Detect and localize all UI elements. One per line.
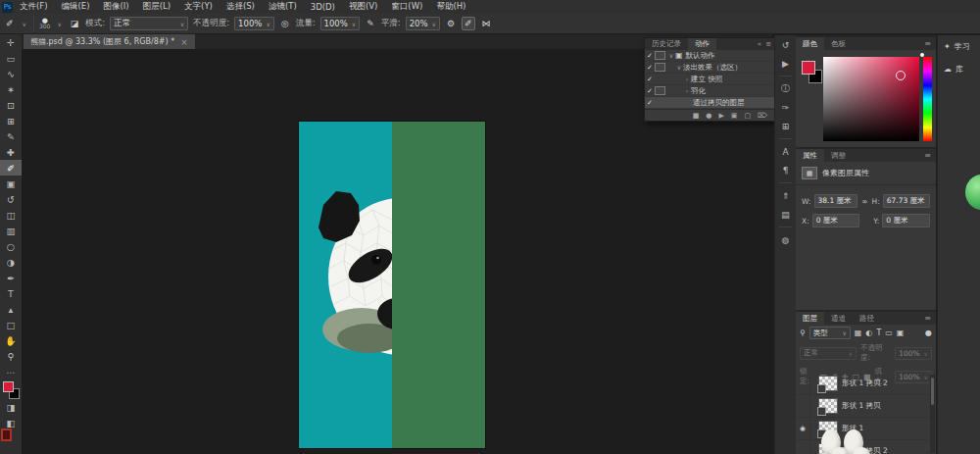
link-dimensions-icon[interactable]: ∞ xyxy=(860,197,868,206)
y-field[interactable]: 0 厘米 xyxy=(882,214,930,227)
action-check-icon[interactable]: ✓ xyxy=(645,87,655,95)
saturation-brightness-field[interactable] xyxy=(823,57,919,141)
type-tool-icon[interactable]: T xyxy=(0,285,22,301)
document-tab[interactable]: 熊猫.psd @ 33.3% (图层 6, RGB/8#) * × xyxy=(24,34,195,49)
action-row[interactable]: ✓ › 建立 快照 xyxy=(645,74,775,85)
libraries-panel-button[interactable]: ☁ 库 xyxy=(938,58,980,80)
mode-select[interactable]: 正常 ∨ xyxy=(110,17,188,30)
action-dialog-toggle[interactable] xyxy=(655,63,665,72)
menu-help[interactable]: 帮助(H) xyxy=(429,1,472,13)
tab-channels[interactable]: 通道 xyxy=(824,312,853,325)
notes-panel-icon[interactable]: ▤ xyxy=(775,205,796,224)
layers-panel-menu-icon[interactable]: ≡ xyxy=(924,312,936,325)
smoothing-select[interactable]: 20% ∨ xyxy=(406,17,440,30)
marquee-tool-icon[interactable]: ▭ xyxy=(0,50,22,66)
action-check-icon[interactable]: ✓ xyxy=(645,52,655,60)
tab-swatches[interactable]: 色板 xyxy=(824,37,853,50)
document-canvas[interactable] xyxy=(299,122,485,448)
tab-layers[interactable]: 图层 xyxy=(796,312,824,325)
filter-type-icon[interactable]: T xyxy=(876,328,881,337)
action-check-icon[interactable]: ✓ xyxy=(645,99,655,107)
paragraph-panel-icon[interactable]: ¶ xyxy=(775,161,796,179)
menu-file[interactable]: 文件(F) xyxy=(13,1,55,13)
tab-history[interactable]: 历史记录 xyxy=(645,38,688,50)
tab-actions[interactable]: 动作 xyxy=(688,38,716,50)
delete-icon[interactable]: ⌦ xyxy=(758,112,767,120)
action-row[interactable]: ✓ ∨ 淡出效果（选区） xyxy=(645,62,775,74)
menu-edit[interactable]: 编辑(E) xyxy=(55,1,97,13)
frame-tool-icon[interactable]: ⊞ xyxy=(0,113,22,128)
clone-stamp-tool-icon[interactable]: ▣ xyxy=(0,176,22,191)
pressure-opacity-icon[interactable]: ◎ xyxy=(279,18,291,29)
foreground-color-swatch[interactable] xyxy=(3,381,14,392)
properties-panel-menu-icon[interactable]: ≡ xyxy=(924,149,936,162)
action-dialog-toggle[interactable] xyxy=(655,86,665,95)
brush-panel-toggle-icon[interactable]: ◪ xyxy=(69,18,81,29)
tab-adjustments[interactable]: 调整 xyxy=(824,149,853,162)
magic-wand-tool-icon[interactable]: ✶ xyxy=(0,81,22,97)
layer-name[interactable]: 形状 1 拷贝 2 xyxy=(842,378,888,388)
action-check-icon[interactable]: ✓ xyxy=(645,64,655,72)
menu-select[interactable]: 选择(S) xyxy=(220,1,262,13)
stop-icon[interactable]: ■ xyxy=(693,112,700,120)
menu-3d[interactable]: 3D(D) xyxy=(304,2,342,12)
filter-kind-select[interactable]: 类型 ∨ xyxy=(809,327,851,339)
tab-properties[interactable]: 属性 xyxy=(796,149,824,162)
tool-preset-caret-icon[interactable]: ∨ xyxy=(21,20,28,28)
dodge-tool-icon[interactable]: ◑ xyxy=(0,254,22,270)
expand-icon[interactable]: ∨ xyxy=(667,52,675,60)
w-field[interactable]: 38.1 厘米 xyxy=(814,194,858,208)
eraser-tool-icon[interactable]: ◫ xyxy=(0,207,22,223)
menu-type[interactable]: 文字(Y) xyxy=(177,1,220,13)
healing-brush-tool-icon[interactable]: ✚ xyxy=(0,144,22,160)
foreground-background-swatches[interactable] xyxy=(0,379,22,399)
menu-image[interactable]: 图像(I) xyxy=(97,1,136,13)
pressure-size-icon[interactable]: ✐ xyxy=(462,17,475,30)
play-icon[interactable]: ▶ xyxy=(718,112,723,120)
record-icon[interactable]: ● xyxy=(706,112,711,120)
crop-tool-icon[interactable]: ⊡ xyxy=(0,97,22,113)
x-field[interactable]: 0 厘米 xyxy=(812,214,860,227)
color-panel-menu-icon[interactable]: ≡ xyxy=(924,37,936,50)
filter-shape-icon[interactable]: ▭ xyxy=(885,328,893,337)
shape-tool-icon[interactable]: □ xyxy=(0,317,22,332)
clone-source-panel-icon[interactable]: ⊞ xyxy=(775,117,796,135)
action-dialog-toggle[interactable] xyxy=(655,51,665,60)
new-set-folder-icon[interactable]: ▣ xyxy=(731,112,738,120)
visibility-toggle[interactable] xyxy=(796,440,810,454)
brush-picker-caret-icon[interactable]: ∨ xyxy=(55,20,63,28)
filter-pixel-icon[interactable]: ▦ xyxy=(855,328,862,337)
menu-view[interactable]: 视图(V) xyxy=(342,1,384,13)
action-row[interactable]: ✓ › 羽化 xyxy=(645,85,775,97)
tab-paths[interactable]: 路径 xyxy=(853,312,881,325)
edit-toolbar-icon[interactable]: ⋯ xyxy=(0,364,22,379)
brush-preset-picker[interactable]: ● 300 xyxy=(39,18,50,29)
visibility-toggle[interactable] xyxy=(796,395,810,417)
color-panel-swatches[interactable] xyxy=(801,59,822,84)
visibility-toggle[interactable] xyxy=(796,373,810,394)
export-panel-icon[interactable]: ⇑ xyxy=(775,186,796,205)
layer-row[interactable]: 形状 1 拷贝 xyxy=(796,395,929,418)
expand-icon[interactable]: › xyxy=(683,87,691,95)
menu-filter[interactable]: 滤镜(T) xyxy=(262,1,304,13)
action-row-selected[interactable]: ✓ 通过拷贝的图层 xyxy=(645,97,775,109)
smoothing-gear-icon[interactable]: ⚙ xyxy=(445,18,457,29)
h-field[interactable]: 67.73 厘米 xyxy=(883,194,930,208)
blur-tool-icon[interactable]: ○ xyxy=(0,238,22,254)
blend-mode-select[interactable]: 正常 ∨ xyxy=(800,347,857,360)
character-panel-icon[interactable]: A xyxy=(775,142,796,161)
lasso-tool-icon[interactable]: ∿ xyxy=(0,66,22,81)
symmetry-icon[interactable]: ⋈ xyxy=(480,18,493,29)
3d-panel-icon[interactable]: ◍ xyxy=(775,230,796,249)
layer-opacity-select[interactable]: 100% ∨ xyxy=(895,347,932,360)
gradient-tool-icon[interactable]: ▥ xyxy=(0,223,22,238)
tool-preset-brush-icon[interactable]: ✐ xyxy=(4,18,16,29)
layers-scrollbar[interactable] xyxy=(930,375,935,453)
layer-thumbnail[interactable] xyxy=(818,398,838,414)
action-row[interactable]: ✓ ∨ ▣ 默认动作 xyxy=(645,50,775,62)
expand-icon[interactable]: ∨ xyxy=(675,64,683,72)
filter-adjustment-icon[interactable]: ◐ xyxy=(865,328,872,337)
info-panel-icon[interactable]: ⓘ xyxy=(775,79,796,98)
scrollbar-thumb[interactable] xyxy=(931,378,934,405)
hue-slider[interactable] xyxy=(923,57,932,141)
